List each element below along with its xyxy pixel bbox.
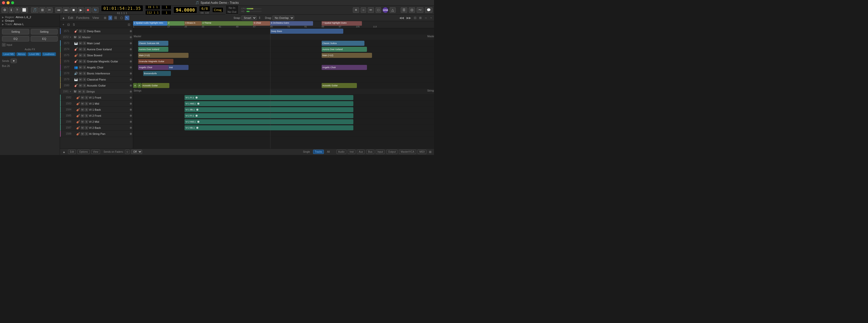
groups-row[interactable]: ▶ Groups — [2, 19, 58, 22]
window-controls[interactable] — [2, 1, 14, 4]
track-record-dot[interactable] — [130, 84, 132, 86]
config-btn[interactable]: ⊡ — [66, 23, 71, 27]
region-slowbowed-2[interactable]: Main (+12) — [321, 53, 372, 58]
track-record-dot[interactable] — [130, 30, 132, 32]
piano-icon[interactable]: ⊡ — [409, 7, 415, 13]
play-button[interactable]: ▶ — [78, 7, 84, 13]
solo-btn-t[interactable]: S — [83, 78, 86, 81]
eq-button-2[interactable]: EQ — [31, 36, 58, 41]
track-record-dot[interactable] — [130, 121, 132, 123]
edit-icon[interactable]: ✏ — [368, 7, 374, 13]
functions-menu[interactable]: Functions — [75, 15, 91, 20]
settings-icon[interactable]: ⚙ — [1, 7, 8, 13]
solo-btn-t[interactable]: S — [83, 29, 86, 33]
aux-btn[interactable]: Aux — [357, 150, 365, 154]
mute-btn[interactable]: M — [79, 72, 82, 75]
solo-btn-t[interactable]: S — [83, 72, 86, 75]
region-slowbowed-1[interactable]: Main (+12) — [138, 53, 188, 58]
waveform-btn[interactable]: ~ — [429, 15, 433, 20]
track-record-dot[interactable] — [130, 36, 132, 38]
record-button[interactable]: ⏺ — [85, 7, 92, 13]
region-aurora-2[interactable]: Aurora Over Iceland — [321, 47, 367, 52]
region-granular-1[interactable]: Granular Magnetic Guitar — [138, 59, 174, 64]
mute-btn[interactable]: M — [79, 84, 82, 87]
time-signature[interactable]: 6/8 — [199, 6, 210, 11]
all-btn[interactable]: All — [326, 150, 331, 154]
rewind-button[interactable]: ⏮ — [55, 7, 62, 13]
inst-btn[interactable]: Inst — [348, 150, 355, 154]
solo-btn-t[interactable]: S — [82, 90, 86, 93]
track-record-dot[interactable] — [130, 127, 132, 129]
track-row-master[interactable]: 1572 ▼ M M Master — [60, 34, 133, 40]
zoom-in-btn[interactable]: ▶▶ — [405, 15, 412, 20]
track-record-dot[interactable] — [130, 48, 132, 50]
track-row[interactable]: 1571 🎸 M S Deep Bass — [60, 28, 133, 34]
zoom-full-btn[interactable]: ⊞ — [418, 15, 423, 20]
chat-icon[interactable]: 💬 — [425, 7, 433, 13]
scissor-icon[interactable]: ✂ — [46, 7, 53, 13]
track-row-strings[interactable]: 1581 ▼ M M S Strings — [60, 88, 133, 95]
grid-view-btn[interactable]: ⊞ — [103, 15, 107, 20]
mute-btn[interactable]: M — [79, 78, 82, 81]
track-row-bionic[interactable]: 1578 🔊 M S Bionic Interference — [60, 70, 133, 76]
timeline-area[interactable]: 1 Spatial Audio highlight Intro 2 3 Bras… — [133, 21, 434, 148]
track-row-granular[interactable]: 1576 🎸 M S Granular Magnetic Guitar — [60, 58, 133, 64]
loop-btn[interactable]: ⬡ — [119, 15, 124, 20]
solo-btn-t[interactable]: S — [85, 126, 88, 130]
view-menu[interactable]: View — [92, 15, 100, 20]
view-btn[interactable]: View — [91, 150, 100, 154]
track-row-vi2back[interactable]: 1587 🎻 M S VI 2 Back — [60, 125, 133, 131]
track-row-slowbowed[interactable]: 1575 🎻 M S Slow Bowed — [60, 52, 133, 58]
automation-icon[interactable]: □ — [375, 7, 381, 13]
bpm-display[interactable]: 94.0000 — [174, 6, 197, 13]
region-deepbass-1[interactable]: Deep Bass — [270, 29, 343, 34]
track-row-vi1front[interactable]: 1582 🎻 M S VI 1 Front — [60, 95, 133, 101]
solo-btn-t[interactable]: S — [85, 114, 88, 117]
region-vi1fr[interactable]: VI 1 Fr.1 — [185, 95, 353, 100]
setting-button-2[interactable]: Setting — [31, 29, 58, 34]
maximize-button[interactable] — [11, 1, 14, 4]
tracks-btn[interactable]: Tracks — [313, 150, 324, 154]
to-start-button[interactable]: ⏹ — [70, 7, 77, 13]
solo-btn-t[interactable]: S — [85, 108, 88, 111]
cycle-button[interactable]: ↻ — [92, 7, 98, 13]
mute-btn[interactable]: M — [79, 66, 82, 69]
region-inst[interactable]: Inst — [168, 65, 188, 70]
solo-btn-t[interactable]: S — [85, 96, 88, 99]
ff-button[interactable]: ⏭ — [63, 7, 69, 13]
mute-btn[interactable]: M — [78, 35, 82, 39]
solo-btn-t[interactable]: S — [83, 41, 86, 45]
setting-button-1[interactable]: Setting — [2, 29, 29, 34]
input-btn[interactable]: Input — [376, 150, 385, 154]
track-record-dot[interactable] — [130, 60, 132, 62]
region-angelicchoir-1[interactable]: Angelic Choir — [138, 65, 174, 70]
add-track-btn[interactable]: + — [62, 23, 65, 27]
solo-btn-t[interactable]: S — [85, 120, 88, 123]
mute-btn[interactable]: M — [81, 96, 84, 99]
mute-btn[interactable]: M — [81, 114, 84, 117]
region-acoustic-1[interactable]: Acoustic Guitar — [142, 83, 169, 88]
mute-btn[interactable]: M — [81, 132, 84, 136]
eq-button-1[interactable]: EQ — [2, 36, 29, 41]
timecode-display[interactable]: 01:01:54:21.35 — [101, 5, 143, 11]
track-record-dot[interactable] — [130, 97, 132, 99]
snap-select[interactable]: Smart Bar Beat — [242, 15, 256, 20]
solo-btn[interactable]: S — [72, 23, 76, 27]
list-view-btn[interactable]: ≡ — [108, 15, 112, 20]
atmos-icon[interactable]: △ — [390, 7, 396, 13]
link-btn[interactable]: ⛓ — [113, 15, 118, 20]
track-record-dot[interactable] — [130, 91, 132, 93]
bus-btn[interactable]: Bus — [366, 150, 374, 154]
output-btn[interactable]: Output — [386, 150, 398, 154]
cursor-btn[interactable]: ↖ — [125, 15, 129, 20]
region-vi2back[interactable]: VI 2 Bk.1 — [185, 125, 353, 130]
minimize-button[interactable] — [6, 1, 9, 4]
track-chevron[interactable]: ▶ — [2, 23, 4, 26]
loop-region-btn[interactable]: ↔ — [424, 15, 429, 20]
mute-icon[interactable]: ✕ — [353, 7, 359, 13]
track-record-dot[interactable] — [130, 78, 132, 80]
midi-btn[interactable]: MIDI — [417, 150, 427, 154]
solo-btn-t[interactable]: S — [83, 47, 86, 51]
region-vi1mid[interactable]: VI 1 Mid.1 — [185, 101, 353, 106]
close-button[interactable] — [2, 1, 5, 4]
